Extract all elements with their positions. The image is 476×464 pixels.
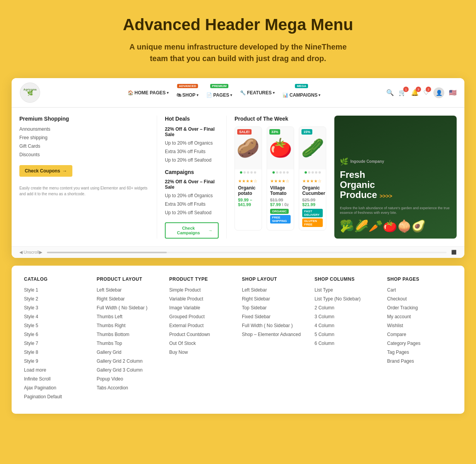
hot-deal-2[interactable]: Up to 20% off Organics <box>165 140 219 146</box>
wishlist-icon[interactable]: 🔔3 <box>411 89 419 96</box>
type-countdown[interactable]: Product Countdown <box>169 332 234 337</box>
col-5-column[interactable]: 5 Column <box>315 332 380 337</box>
campaign-1[interactable]: 22% Off & Over – Final Sale <box>165 179 219 190</box>
type-variable[interactable]: Variable Product <box>169 296 234 302</box>
product-card-tomato[interactable]: 33% 🍅 ★★★★☆ Village Tomato <box>267 126 294 230</box>
nav-pages[interactable]: PREMIUM 📄 PAGES ▾ <box>203 85 235 100</box>
mega-badge: MEGA <box>295 84 308 88</box>
scrollbar[interactable] <box>47 252 447 253</box>
catalog-style6[interactable]: Style 6 <box>24 332 89 337</box>
page-category[interactable]: Category Pages <box>387 341 452 346</box>
campaign-4[interactable]: Up to 20% off Seafood <box>165 210 219 215</box>
col-list-type-no-sidebar[interactable]: List Type (No Sidebar) <box>315 296 380 302</box>
product-tags: FAST DELIVERY GLUTEN FREE <box>302 209 323 227</box>
layout-popup-video[interactable]: Popup Video <box>97 376 162 382</box>
features-icon: 🔧 <box>240 90 246 96</box>
col-list-type[interactable]: List Type <box>315 287 380 293</box>
check-campaigns-button[interactable]: Check Campaigns → <box>165 222 219 239</box>
campaigns-section: Campaigns 22% Off & Over – Final Sale Up… <box>165 169 219 239</box>
col-4-column[interactable]: 4 Column <box>315 323 380 328</box>
organic-tag: ORGANIC <box>270 209 289 214</box>
shop-layout-title: SHOP LAYOUT <box>242 276 307 282</box>
nav-home-pages[interactable]: 🏠 HOME PAGES ▾ <box>125 88 172 98</box>
layout-left-sidebar[interactable]: Left Sidebar <box>97 287 162 293</box>
shop-left-sidebar[interactable]: Left Sidebar <box>242 287 307 293</box>
product-name: Organic Cucumber <box>302 185 323 196</box>
free-shipping-link[interactable]: Free shipping <box>19 135 149 140</box>
col-6-column[interactable]: 6 Column <box>315 341 380 346</box>
catalog-pagination-default[interactable]: Pagination Default <box>24 394 89 399</box>
page-cart[interactable]: Cart <box>387 287 452 293</box>
type-out-of-stock[interactable]: Out Of Stock <box>169 341 234 346</box>
catalog-infinite-scroll[interactable]: Infinite Scroll <box>24 376 89 382</box>
layout-gallery-grid-3[interactable]: Gallery Grid 3 Column <box>97 367 162 373</box>
catalog-style2[interactable]: Style 2 <box>24 296 89 302</box>
page-my-account[interactable]: My account <box>387 314 452 319</box>
discounts-link[interactable]: Discounts <box>19 152 149 157</box>
gift-cards-link[interactable]: Gift Cards <box>19 143 149 149</box>
hot-deal-4[interactable]: Up to 20% off Seafood <box>165 157 219 163</box>
shop-elementor-advanced[interactable]: Shop – Elementor Advanced <box>242 332 307 337</box>
shop-fixed-sidebar[interactable]: Fixed Sidebar <box>242 314 307 319</box>
dot-5 <box>254 171 256 174</box>
catalog-style4[interactable]: Style 4 <box>24 314 89 319</box>
nav-features[interactable]: 🔧 FEATURES ▾ <box>237 88 278 98</box>
catalog-ajax-pagination[interactable]: Ajax Pagination <box>24 385 89 391</box>
type-grouped[interactable]: Grouped Product <box>169 314 234 319</box>
cart-icon[interactable]: 🛒1 <box>399 89 406 96</box>
announsments-link[interactable]: Announsments <box>19 126 149 132</box>
check-coupons-button[interactable]: Check Coupons → <box>19 165 72 177</box>
hot-deal-3[interactable]: Extra 30% off Fruits <box>165 149 219 154</box>
chevron-down-icon: ▾ <box>230 93 232 97</box>
type-simple[interactable]: Simple Product <box>169 287 234 293</box>
product-card-cucumber[interactable]: 15% 🥒 ★★★★☆ Organic Cucumber <box>299 126 326 230</box>
dot-4 <box>283 171 285 174</box>
layout-thumbs-left[interactable]: Thumbs Left <box>97 314 162 319</box>
layout-thumbs-right[interactable]: Thumbs Right <box>97 323 162 328</box>
type-buy-now[interactable]: Buy Now <box>169 350 234 355</box>
page-brand[interactable]: Brand Pages <box>387 358 452 364</box>
shop-right-sidebar[interactable]: Right Sidebar <box>242 296 307 302</box>
catalog-style1[interactable]: Style 1 <box>24 287 89 293</box>
shop-top-sidebar[interactable]: Top Sidebar <box>242 305 307 310</box>
col-2-column[interactable]: 2 Column <box>315 305 380 310</box>
catalog-style3[interactable]: Style 3 <box>24 305 89 310</box>
shop-full-width[interactable]: Full Width ( No Sidebar ) <box>242 323 307 328</box>
catalog-load-more[interactable]: Load more <box>24 367 89 373</box>
search-icon[interactable]: 🔍 <box>386 89 394 96</box>
type-image-variable[interactable]: Image Variable <box>169 305 234 310</box>
product-card-potato[interactable]: SALE! 🥔 ★★★★☆ Organic potato <box>235 126 262 230</box>
price-old: $25.99 <box>302 198 315 202</box>
hot-deals-col: Hot Deals 22% Off & Over – Final Sale Up… <box>157 116 227 239</box>
campaign-2[interactable]: Up to 20% off Organics <box>165 193 219 198</box>
nav-shop[interactable]: ADVANCED 🛍 SHOP ▾ <box>173 85 202 100</box>
heart-icon[interactable]: ♡2 <box>423 89 429 96</box>
catalog-style8[interactable]: Style 8 <box>24 350 89 355</box>
hot-deal-1[interactable]: 22% Off & Over – Final Sale <box>165 126 219 137</box>
catalog-style7[interactable]: Style 7 <box>24 341 89 346</box>
layout-gallery-grid[interactable]: Gallery Grid <box>97 350 162 355</box>
product-price: $25.99 $21.99 <box>302 198 323 207</box>
layout-full-width[interactable]: Full Width ( No Sidebar ) <box>97 305 162 310</box>
dot-1 <box>305 171 307 174</box>
page-tag[interactable]: Tag Pages <box>387 350 452 355</box>
layout-thumbs-bottom[interactable]: Thumbs Bottom <box>97 332 162 337</box>
user-avatar[interactable]: 👤 <box>433 87 444 98</box>
page-order-tracking[interactable]: Order Tracking <box>387 305 452 310</box>
layout-gallery-grid-2[interactable]: Gallery Grid 2 Column <box>97 358 162 364</box>
chevron-down-icon: ▾ <box>197 93 199 97</box>
layout-right-sidebar[interactable]: Right Sidebar <box>97 296 162 302</box>
banner-col: 🌿 Ingoude Company FreshOrganicProduce >>… <box>334 116 457 239</box>
layout-thumbs-top[interactable]: Thumbs Top <box>97 341 162 346</box>
col-3-column[interactable]: 3 Column <box>315 314 380 319</box>
page-wishlist[interactable]: Wishlist <box>387 323 452 328</box>
catalog-style5[interactable]: Style 5 <box>24 323 89 328</box>
nav-campaigns[interactable]: MEGA 📊 CAMPAIGNS ▾ <box>279 85 324 100</box>
page-checkout[interactable]: Checkout <box>387 296 452 302</box>
pages-icon: 📄 <box>206 92 212 98</box>
campaign-3[interactable]: Extra 30% off Fruits <box>165 201 219 207</box>
catalog-style9[interactable]: Style 9 <box>24 358 89 364</box>
type-external[interactable]: External Product <box>169 323 234 328</box>
layout-tabs-accordion[interactable]: Tabs Accordion <box>97 385 162 391</box>
page-compare[interactable]: Compare <box>387 332 452 337</box>
